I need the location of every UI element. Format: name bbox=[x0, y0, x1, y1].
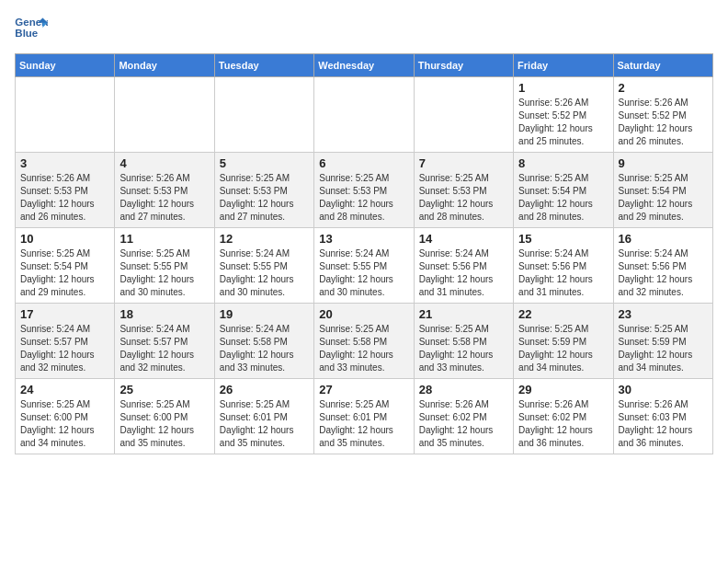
day-number: 6 bbox=[319, 156, 408, 170]
day-info: Sunrise: 5:25 AM Sunset: 6:01 PM Dayligh… bbox=[319, 398, 408, 450]
calendar-cell: 7Sunrise: 5:25 AM Sunset: 5:53 PM Daylig… bbox=[414, 153, 513, 228]
day-info: Sunrise: 5:24 AM Sunset: 5:58 PM Dayligh… bbox=[220, 323, 309, 374]
weekday-header: Wednesday bbox=[314, 54, 414, 77]
day-info: Sunrise: 5:25 AM Sunset: 5:54 PM Dayligh… bbox=[518, 172, 608, 224]
calendar-cell: 16Sunrise: 5:24 AM Sunset: 5:56 PM Dayli… bbox=[613, 228, 712, 304]
calendar-cell: 30Sunrise: 5:26 AM Sunset: 6:03 PM Dayli… bbox=[613, 379, 712, 454]
weekday-header-row: SundayMondayTuesdayWednesdayThursdayFrid… bbox=[16, 54, 713, 77]
calendar-cell: 12Sunrise: 5:24 AM Sunset: 5:55 PM Dayli… bbox=[214, 228, 313, 304]
calendar-cell: 5Sunrise: 5:25 AM Sunset: 5:53 PM Daylig… bbox=[214, 153, 313, 228]
day-info: Sunrise: 5:24 AM Sunset: 5:56 PM Dayligh… bbox=[518, 247, 608, 299]
day-info: Sunrise: 5:24 AM Sunset: 5:56 PM Dayligh… bbox=[619, 247, 708, 299]
day-info: Sunrise: 5:25 AM Sunset: 5:54 PM Dayligh… bbox=[20, 247, 109, 299]
day-number: 10 bbox=[20, 232, 109, 246]
day-info: Sunrise: 5:26 AM Sunset: 6:03 PM Dayligh… bbox=[619, 398, 708, 450]
day-info: Sunrise: 5:25 AM Sunset: 5:54 PM Dayligh… bbox=[619, 172, 708, 224]
day-number: 9 bbox=[619, 156, 708, 170]
day-info: Sunrise: 5:25 AM Sunset: 6:00 PM Dayligh… bbox=[20, 398, 109, 450]
calendar-cell: 25Sunrise: 5:25 AM Sunset: 6:00 PM Dayli… bbox=[115, 379, 214, 454]
day-number: 28 bbox=[419, 383, 508, 396]
day-info: Sunrise: 5:25 AM Sunset: 5:59 PM Dayligh… bbox=[518, 323, 608, 374]
calendar-cell: 29Sunrise: 5:26 AM Sunset: 6:02 PM Dayli… bbox=[514, 379, 613, 454]
weekday-header: Monday bbox=[115, 54, 214, 77]
calendar-cell: 24Sunrise: 5:25 AM Sunset: 6:00 PM Dayli… bbox=[16, 379, 115, 454]
day-info: Sunrise: 5:25 AM Sunset: 5:58 PM Dayligh… bbox=[419, 323, 508, 374]
calendar-week-row: 1Sunrise: 5:26 AM Sunset: 5:52 PM Daylig… bbox=[16, 77, 713, 153]
calendar-cell: 23Sunrise: 5:25 AM Sunset: 5:59 PM Dayli… bbox=[613, 304, 712, 379]
calendar-cell bbox=[214, 77, 313, 153]
calendar-cell: 6Sunrise: 5:25 AM Sunset: 5:53 PM Daylig… bbox=[314, 153, 414, 228]
day-number: 30 bbox=[619, 383, 708, 396]
calendar-cell: 10Sunrise: 5:25 AM Sunset: 5:54 PM Dayli… bbox=[16, 228, 115, 304]
day-info: Sunrise: 5:25 AM Sunset: 6:00 PM Dayligh… bbox=[119, 398, 209, 450]
calendar-cell: 2Sunrise: 5:26 AM Sunset: 5:52 PM Daylig… bbox=[613, 77, 712, 153]
calendar-cell: 9Sunrise: 5:25 AM Sunset: 5:54 PM Daylig… bbox=[613, 153, 712, 228]
calendar-cell bbox=[314, 77, 414, 153]
day-number: 23 bbox=[619, 307, 708, 321]
day-number: 4 bbox=[119, 156, 209, 170]
day-info: Sunrise: 5:24 AM Sunset: 5:57 PM Dayligh… bbox=[119, 323, 209, 374]
calendar-week-row: 3Sunrise: 5:26 AM Sunset: 5:53 PM Daylig… bbox=[16, 153, 713, 228]
calendar-cell: 14Sunrise: 5:24 AM Sunset: 5:56 PM Dayli… bbox=[414, 228, 513, 304]
day-info: Sunrise: 5:25 AM Sunset: 6:01 PM Dayligh… bbox=[220, 398, 309, 450]
weekday-header: Sunday bbox=[16, 54, 115, 77]
weekday-header: Saturday bbox=[613, 54, 712, 77]
day-info: Sunrise: 5:25 AM Sunset: 5:59 PM Dayligh… bbox=[619, 323, 708, 374]
calendar-cell bbox=[16, 77, 115, 153]
day-number: 19 bbox=[220, 307, 309, 321]
calendar-cell: 18Sunrise: 5:24 AM Sunset: 5:57 PM Dayli… bbox=[115, 304, 214, 379]
day-number: 2 bbox=[619, 81, 708, 95]
svg-text:Blue: Blue bbox=[15, 28, 38, 39]
day-info: Sunrise: 5:26 AM Sunset: 5:52 PM Dayligh… bbox=[518, 97, 608, 148]
calendar-cell: 19Sunrise: 5:24 AM Sunset: 5:58 PM Dayli… bbox=[214, 304, 313, 379]
calendar-week-row: 24Sunrise: 5:25 AM Sunset: 6:00 PM Dayli… bbox=[16, 379, 713, 454]
day-number: 15 bbox=[518, 232, 608, 246]
day-number: 11 bbox=[119, 232, 209, 246]
day-info: Sunrise: 5:26 AM Sunset: 6:02 PM Dayligh… bbox=[518, 398, 608, 450]
day-number: 20 bbox=[319, 307, 408, 321]
day-number: 22 bbox=[518, 307, 608, 321]
calendar-cell bbox=[414, 77, 513, 153]
day-info: Sunrise: 5:26 AM Sunset: 5:52 PM Dayligh… bbox=[619, 97, 708, 148]
day-info: Sunrise: 5:26 AM Sunset: 5:53 PM Dayligh… bbox=[20, 172, 109, 224]
day-number: 7 bbox=[419, 156, 508, 170]
day-number: 24 bbox=[20, 383, 109, 396]
day-info: Sunrise: 5:25 AM Sunset: 5:53 PM Dayligh… bbox=[419, 172, 508, 224]
weekday-header: Tuesday bbox=[214, 54, 313, 77]
day-number: 27 bbox=[319, 383, 408, 396]
day-info: Sunrise: 5:25 AM Sunset: 5:53 PM Dayligh… bbox=[319, 172, 408, 224]
calendar-cell: 21Sunrise: 5:25 AM Sunset: 5:58 PM Dayli… bbox=[414, 304, 513, 379]
day-number: 1 bbox=[518, 81, 608, 95]
calendar-cell: 3Sunrise: 5:26 AM Sunset: 5:53 PM Daylig… bbox=[16, 153, 115, 228]
calendar-cell: 17Sunrise: 5:24 AM Sunset: 5:57 PM Dayli… bbox=[16, 304, 115, 379]
day-number: 12 bbox=[220, 232, 309, 246]
calendar-cell: 4Sunrise: 5:26 AM Sunset: 5:53 PM Daylig… bbox=[115, 153, 214, 228]
weekday-header: Thursday bbox=[414, 54, 513, 77]
calendar-table: SundayMondayTuesdayWednesdayThursdayFrid… bbox=[15, 53, 713, 454]
day-number: 29 bbox=[518, 383, 608, 396]
calendar-cell: 1Sunrise: 5:26 AM Sunset: 5:52 PM Daylig… bbox=[514, 77, 613, 153]
day-number: 25 bbox=[119, 383, 209, 396]
calendar-cell: 22Sunrise: 5:25 AM Sunset: 5:59 PM Dayli… bbox=[514, 304, 613, 379]
day-info: Sunrise: 5:25 AM Sunset: 5:53 PM Dayligh… bbox=[220, 172, 309, 224]
day-info: Sunrise: 5:26 AM Sunset: 6:02 PM Dayligh… bbox=[419, 398, 508, 450]
calendar-week-row: 10Sunrise: 5:25 AM Sunset: 5:54 PM Dayli… bbox=[16, 228, 713, 304]
day-number: 8 bbox=[518, 156, 608, 170]
day-info: Sunrise: 5:24 AM Sunset: 5:55 PM Dayligh… bbox=[319, 247, 408, 299]
day-info: Sunrise: 5:24 AM Sunset: 5:55 PM Dayligh… bbox=[220, 247, 309, 299]
day-number: 16 bbox=[619, 232, 708, 246]
day-number: 3 bbox=[20, 156, 109, 170]
calendar-cell: 26Sunrise: 5:25 AM Sunset: 6:01 PM Dayli… bbox=[214, 379, 313, 454]
day-number: 14 bbox=[419, 232, 508, 246]
calendar-cell bbox=[115, 77, 214, 153]
day-number: 13 bbox=[319, 232, 408, 246]
day-number: 18 bbox=[119, 307, 209, 321]
day-number: 21 bbox=[419, 307, 508, 321]
calendar-cell: 11Sunrise: 5:25 AM Sunset: 5:55 PM Dayli… bbox=[115, 228, 214, 304]
page-header: General Blue bbox=[15, 15, 713, 42]
calendar-week-row: 17Sunrise: 5:24 AM Sunset: 5:57 PM Dayli… bbox=[16, 304, 713, 379]
day-number: 5 bbox=[220, 156, 309, 170]
day-info: Sunrise: 5:25 AM Sunset: 5:55 PM Dayligh… bbox=[119, 247, 209, 299]
day-number: 26 bbox=[220, 383, 309, 396]
day-info: Sunrise: 5:24 AM Sunset: 5:57 PM Dayligh… bbox=[20, 323, 109, 374]
